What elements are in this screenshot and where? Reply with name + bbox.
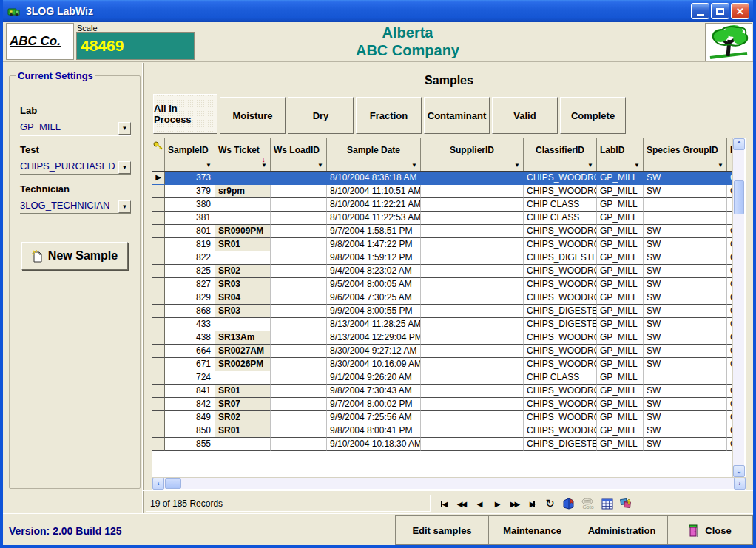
cell-supplierid[interactable] — [421, 172, 524, 185]
table-row[interactable]: 438SR13Am8/13/2004 12:29:04 PMCHIPS_WOOD… — [152, 331, 732, 345]
table-row[interactable]: 7249/1/2004 9:26:20 AMCHIP CLASSGP_MILL — [152, 371, 732, 385]
cell-sampleid[interactable]: 381 — [165, 212, 215, 225]
column-header-sampleid[interactable]: SampleID▼ — [165, 138, 215, 171]
table-row[interactable]: 819SR019/8/2004 1:47:22 PMCHIPS_WOODROOM… — [152, 238, 732, 251]
cell-sample-date[interactable]: 9/6/2004 7:30:25 AM — [327, 291, 421, 305]
cell-ws-ticket[interactable] — [215, 371, 271, 385]
cell-ws-ticket[interactable]: SR02 — [215, 411, 271, 424]
cell-supplierid[interactable] — [421, 238, 524, 251]
grid-view-icon[interactable] — [601, 497, 613, 510]
cell-classifierid[interactable]: CHIPS_WOODROOM — [524, 185, 597, 198]
cell-labid[interactable]: GP_MILL — [597, 291, 644, 305]
cell-supplierid[interactable] — [421, 424, 524, 438]
row-selector[interactable] — [152, 398, 165, 411]
chevron-down-icon[interactable]: ▼ — [118, 200, 131, 213]
cell-species-groupid[interactable]: SW — [644, 225, 727, 238]
cell-ws-loadid[interactable] — [271, 172, 327, 185]
cell-ws-ticket[interactable]: SR03 — [215, 305, 271, 318]
table-row[interactable]: 3818/10/2004 11:22:53 AMCHIP CLASSGP_MIL… — [152, 212, 732, 225]
row-selector[interactable] — [152, 385, 165, 398]
cell-species-groupid[interactable]: SW — [644, 358, 727, 371]
column-header-ws-loadid[interactable]: Ws LoadID▼ — [271, 138, 327, 171]
cell-partial[interactable]: C — [727, 225, 732, 238]
table-row[interactable]: 842SR079/7/2004 8:00:02 PMCHIPS_WOODROOM… — [152, 398, 732, 411]
row-selector[interactable] — [152, 331, 165, 345]
cell-sample-date[interactable]: 8/13/2004 11:28:25 AM — [327, 318, 421, 331]
filter-arrow-icon[interactable]: ▼ — [587, 162, 593, 169]
cell-partial[interactable]: C — [727, 172, 732, 185]
cell-classifierid[interactable]: CHIP CLASS — [524, 198, 597, 212]
cell-partial[interactable] — [727, 198, 732, 212]
tab-dry[interactable]: Dry — [288, 97, 354, 134]
cell-sampleid[interactable]: 849 — [165, 411, 215, 424]
table-row[interactable]: 8229/8/2004 1:59:12 PMCHIPS_DIGESTERGP_M… — [152, 251, 732, 265]
cell-labid[interactable]: GP_MILL — [597, 185, 644, 198]
cell-sampleid[interactable]: 842 — [165, 398, 215, 411]
bookmark-icon[interactable] — [562, 497, 575, 510]
refresh-icon[interactable]: ↻ — [544, 497, 556, 510]
tab-fraction[interactable]: Fraction — [356, 97, 422, 134]
table-row[interactable]: 825SR029/4/2004 8:23:02 AMCHIPS_WOODROOM… — [152, 265, 732, 278]
cell-labid[interactable]: GP_MILL — [597, 225, 644, 238]
cell-sampleid[interactable]: 373 — [165, 172, 215, 185]
lab-dropdown[interactable]: GP_MILL ▼ — [20, 119, 131, 135]
cell-partial[interactable]: C — [727, 385, 732, 398]
table-row[interactable]: 801SR0909PM9/7/2004 1:58:51 PMCHIPS_WOOD… — [152, 225, 732, 238]
cell-classifierid[interactable]: CHIPS_DIGESTER — [524, 438, 597, 451]
cell-sampleid[interactable]: 433 — [165, 318, 215, 331]
column-header-labid[interactable]: LabID▼ — [597, 138, 644, 171]
cell-classifierid[interactable]: CHIPS_WOODROOM — [524, 291, 597, 305]
cell-sampleid[interactable]: 841 — [165, 385, 215, 398]
cell-ws-loadid[interactable] — [271, 238, 327, 251]
vertical-scroll-thumb[interactable] — [734, 180, 744, 214]
cell-ws-ticket[interactable] — [215, 251, 271, 265]
new-sample-button[interactable]: New Sample — [21, 242, 128, 270]
cell-supplierid[interactable] — [421, 398, 524, 411]
cell-sampleid[interactable]: 671 — [165, 358, 215, 371]
maximize-button[interactable] — [711, 3, 729, 19]
cell-labid[interactable]: GP_MILL — [597, 172, 644, 185]
cell-sampleid[interactable]: 380 — [165, 198, 215, 212]
cell-ws-loadid[interactable] — [271, 305, 327, 318]
cell-sample-date[interactable]: 9/7/2004 1:58:51 PM — [327, 225, 421, 238]
cell-supplierid[interactable] — [421, 251, 524, 265]
cell-ws-loadid[interactable] — [271, 251, 327, 265]
row-selector[interactable] — [152, 278, 165, 291]
filter-arrow-icon[interactable]: ▼ — [411, 162, 417, 169]
cell-classifierid[interactable]: CHIPS_WOODROOM — [524, 345, 597, 358]
horizontal-scrollbar[interactable]: ‹ › — [152, 477, 746, 489]
cell-sample-date[interactable]: 8/10/2004 11:10:51 AM — [327, 185, 421, 198]
filter-arrow-icon[interactable]: ▼ — [261, 162, 267, 169]
cell-ws-ticket[interactable]: SR0909PM — [215, 225, 271, 238]
cell-partial[interactable]: C — [727, 438, 732, 451]
cell-ws-loadid[interactable] — [271, 198, 327, 212]
column-header-ws-ticket[interactable]: Ws Ticket↓▼ — [215, 138, 271, 171]
table-row[interactable]: 379sr9pm8/10/2004 11:10:51 AMCHIPS_WOODR… — [152, 185, 732, 198]
row-selector[interactable] — [152, 371, 165, 385]
cell-sampleid[interactable]: 664 — [165, 345, 215, 358]
cell-sample-date[interactable]: 9/9/2004 8:00:55 PM — [327, 305, 421, 318]
cell-classifierid[interactable]: CHIP CLASS — [524, 212, 597, 225]
column-header-species-groupid[interactable]: Species GroupID▼ — [644, 138, 727, 171]
sort-filter-icon[interactable] — [620, 497, 632, 510]
cell-sample-date[interactable]: 9/8/2004 8:00:41 PM — [327, 424, 421, 438]
cell-partial[interactable]: C — [727, 424, 732, 438]
cell-partial[interactable]: C — [727, 278, 732, 291]
cell-sample-date[interactable]: 9/9/2004 7:25:56 AM — [327, 411, 421, 424]
cell-partial[interactable]: C — [727, 358, 732, 371]
cell-species-groupid[interactable]: SW — [644, 265, 727, 278]
technician-dropdown[interactable]: 3LOG_TECHNICIAN ▼ — [20, 197, 131, 214]
cell-sampleid[interactable]: 801 — [165, 225, 215, 238]
horizontal-scroll-thumb[interactable] — [165, 478, 181, 489]
cell-labid[interactable]: GP_MILL — [597, 371, 644, 385]
filter-arrow-icon[interactable]: ▼ — [634, 162, 640, 169]
cell-classifierid[interactable]: CHIPS_WOODROOM — [524, 424, 597, 438]
tab-contaminant[interactable]: Contaminant — [424, 97, 490, 134]
row-selector[interactable] — [152, 438, 165, 451]
previous-page-icon[interactable]: ◀◀ — [456, 497, 467, 510]
filter-arrow-icon[interactable]: ▼ — [718, 162, 723, 169]
column-header-sample-date[interactable]: Sample Date▼ — [327, 138, 421, 171]
cell-ws-ticket[interactable] — [215, 438, 271, 451]
cell-labid[interactable]: GP_MILL — [597, 318, 644, 331]
scroll-up-icon[interactable]: ⌃ — [733, 138, 745, 150]
